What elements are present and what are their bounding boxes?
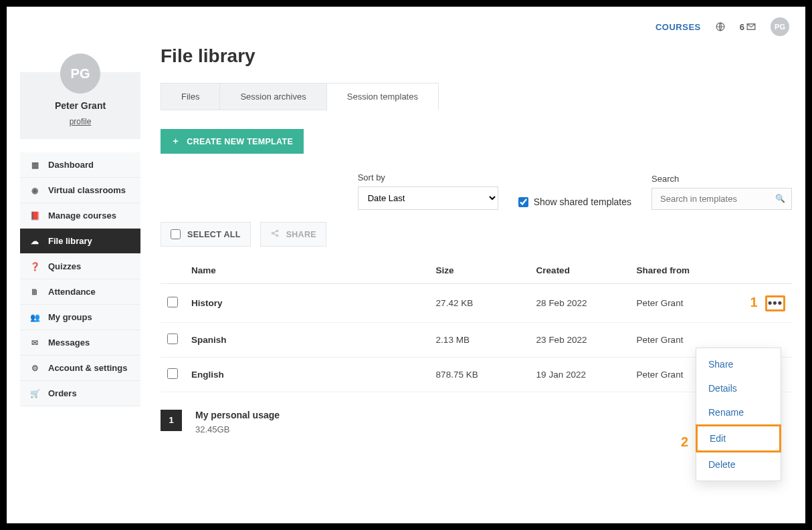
- sort-label: Sort by: [358, 172, 498, 182]
- sidebar-item-label: My groups: [48, 312, 92, 322]
- cart-icon: 🛒: [29, 389, 40, 398]
- tab-files[interactable]: Files: [161, 83, 220, 110]
- sidebar-item-label: Attendance: [48, 287, 96, 297]
- select-all-checkbox[interactable]: [171, 229, 181, 239]
- sidebar-item-label: Quizzes: [48, 261, 81, 271]
- profile-card: PG Peter Grant profile: [20, 72, 140, 139]
- svg-point-1: [272, 233, 273, 234]
- table-row: History 27.42 KB 28 Feb 2022 Peter Grant…: [161, 284, 792, 323]
- mail-notification[interactable]: 6: [740, 22, 756, 32]
- usage-title: My personal usage: [195, 410, 280, 420]
- sidebar-item-attendance[interactable]: 🗎 Attendance: [20, 279, 140, 305]
- share-icon: [270, 229, 280, 240]
- play-icon: ◉: [29, 186, 40, 195]
- row-checkbox[interactable]: [167, 334, 178, 344]
- search-label: Search: [651, 174, 792, 184]
- sidebar-item-my-groups[interactable]: 👥 My groups: [20, 305, 140, 330]
- sidebar-item-virtual-classrooms[interactable]: ◉ Virtual classrooms: [20, 178, 140, 203]
- ellipsis-icon: •••: [768, 296, 783, 310]
- cell-size: 878.75 KB: [429, 357, 530, 392]
- tabs: Files Session archives Session templates: [161, 83, 792, 110]
- courses-link[interactable]: COURSES: [655, 22, 701, 32]
- cell-created: 28 Feb 2022: [530, 284, 630, 323]
- usage-value: 32.45GB: [195, 424, 280, 434]
- select-all-button[interactable]: SELECT ALL: [161, 222, 251, 247]
- share-label: SHARE: [286, 230, 316, 239]
- svg-point-2: [276, 230, 278, 231]
- tab-session-archives[interactable]: Session archives: [220, 83, 326, 110]
- cell-name: Spanish: [185, 322, 429, 357]
- cloud-icon: ☁: [29, 237, 40, 246]
- sort-select[interactable]: Date Last: [358, 186, 498, 210]
- avatar[interactable]: PG: [771, 17, 789, 36]
- sidebar-item-file-library[interactable]: ☁ File library: [20, 229, 140, 254]
- mail-icon: ✉: [29, 338, 40, 348]
- cell-name: History: [185, 284, 429, 323]
- avatar-large: PG: [60, 53, 100, 94]
- cell-size: 2.13 MB: [429, 322, 530, 357]
- book-icon: 📕: [29, 211, 40, 221]
- help-icon: ❓: [29, 262, 40, 271]
- col-size: Size: [429, 257, 530, 284]
- row-context-menu: Share Details Rename Edit Delete: [696, 348, 781, 481]
- cell-created: 19 Jan 2022: [530, 357, 630, 392]
- create-template-label: CREATE NEW TEMPLATE: [187, 137, 293, 146]
- bulk-actions: SELECT ALL SHARE: [161, 222, 792, 247]
- show-shared-checkbox[interactable]: [518, 197, 528, 207]
- users-icon: 👥: [29, 313, 40, 322]
- page-title: File library: [161, 45, 792, 67]
- profile-link[interactable]: profile: [70, 117, 92, 126]
- menu-item-details[interactable]: Details: [696, 376, 781, 400]
- sidebar-item-account-settings[interactable]: ⚙ Account & settings: [20, 356, 140, 381]
- sidebar-item-label: Account & settings: [48, 363, 127, 373]
- share-button[interactable]: SHARE: [260, 222, 326, 247]
- row-checkbox[interactable]: [167, 368, 178, 379]
- search-input[interactable]: [651, 188, 792, 210]
- sidebar-item-label: Orders: [48, 388, 77, 398]
- callout-1: 1: [750, 295, 758, 309]
- sidebar-item-messages[interactable]: ✉ Messages: [20, 330, 140, 356]
- svg-point-3: [276, 235, 278, 236]
- show-shared-label: Show shared templates: [534, 196, 631, 207]
- cell-size: 27.42 KB: [429, 284, 530, 323]
- sidebar-item-label: Manage courses: [48, 211, 116, 221]
- sidebar-item-manage-courses[interactable]: 📕 Manage courses: [20, 203, 140, 229]
- sidebar-item-quizzes[interactable]: ❓ Quizzes: [20, 254, 140, 279]
- search-control: Search 🔍: [651, 174, 792, 210]
- mail-count: 6: [740, 22, 744, 32]
- sidebar-item-dashboard[interactable]: ▦ Dashboard: [20, 152, 140, 178]
- row-checkbox[interactable]: [167, 297, 178, 307]
- cell-shared-from: Peter Grant: [630, 284, 744, 323]
- cell-name: English: [185, 357, 429, 392]
- nav: ▦ Dashboard ◉ Virtual classrooms 📕 Manag…: [20, 152, 140, 406]
- sidebar-item-label: Virtual classrooms: [48, 185, 126, 195]
- cell-created: 23 Feb 2022: [530, 322, 630, 357]
- row-more-button[interactable]: •••: [765, 295, 785, 311]
- sidebar-item-label: File library: [48, 236, 92, 246]
- menu-item-rename[interactable]: Rename: [696, 400, 781, 424]
- profile-name: Peter Grant: [27, 100, 134, 111]
- menu-item-share[interactable]: Share: [696, 352, 781, 376]
- col-created: Created: [530, 257, 630, 284]
- tab-session-templates[interactable]: Session templates: [327, 83, 439, 110]
- doc-icon: 🗎: [29, 287, 40, 297]
- sidebar-item-orders[interactable]: 🛒 Orders: [20, 381, 140, 406]
- menu-item-edit[interactable]: Edit: [696, 424, 781, 452]
- controls-row: Sort by Date Last Show shared templates …: [161, 172, 792, 210]
- pagination-current[interactable]: 1: [161, 410, 182, 431]
- col-name: Name: [185, 257, 429, 284]
- select-all-label: SELECT ALL: [187, 230, 241, 239]
- sidebar: PG Peter Grant profile ▦ Dashboard ◉ Vir…: [20, 45, 140, 434]
- globe-icon[interactable]: [716, 22, 725, 31]
- gear-icon: ⚙: [29, 364, 40, 373]
- search-icon: 🔍: [775, 194, 785, 203]
- grid-icon: ▦: [29, 160, 40, 170]
- top-bar: COURSES 6 PG: [20, 13, 792, 45]
- menu-item-delete[interactable]: Delete: [696, 452, 781, 477]
- callout-2: 2: [681, 434, 688, 450]
- sidebar-item-label: Dashboard: [48, 160, 94, 170]
- create-template-button[interactable]: ＋ CREATE NEW TEMPLATE: [161, 129, 304, 154]
- show-shared-toggle[interactable]: Show shared templates: [518, 196, 631, 207]
- sidebar-item-label: Messages: [48, 338, 90, 348]
- sort-control: Sort by Date Last: [358, 172, 498, 210]
